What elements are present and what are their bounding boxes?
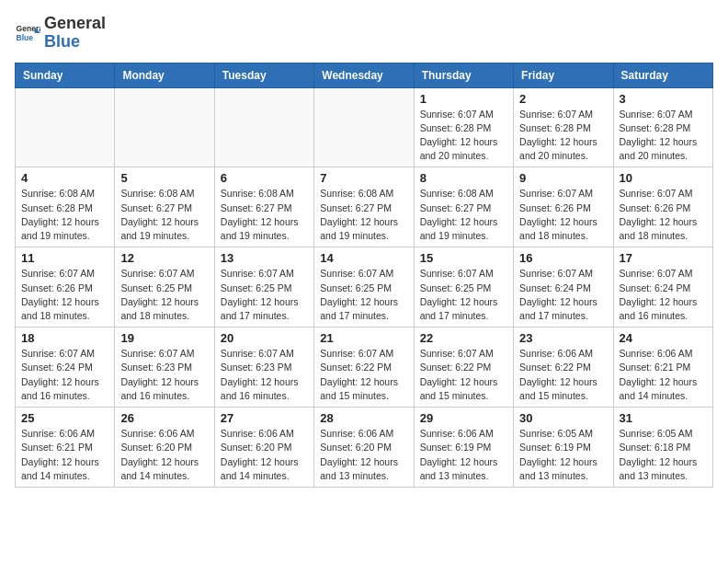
day-info: Sunrise: 6:06 AM Sunset: 6:19 PM Dayligh… (420, 427, 507, 483)
calendar-cell: 13Sunrise: 6:07 AM Sunset: 6:25 PM Dayli… (214, 247, 313, 327)
day-number: 14 (320, 251, 407, 265)
day-info: Sunrise: 6:07 AM Sunset: 6:25 PM Dayligh… (120, 267, 208, 323)
logo-general: General (44, 14, 106, 32)
day-info: Sunrise: 6:07 AM Sunset: 6:26 PM Dayligh… (519, 187, 607, 243)
weekday-sunday: Sunday (16, 63, 115, 87)
calendar-cell: 12Sunrise: 6:07 AM Sunset: 6:25 PM Dayli… (115, 247, 214, 327)
day-number: 6 (221, 171, 308, 185)
calendar-cell (314, 87, 414, 167)
day-info: Sunrise: 6:06 AM Sunset: 6:20 PM Dayligh… (320, 427, 407, 483)
calendar-cell: 15Sunrise: 6:07 AM Sunset: 6:25 PM Dayli… (414, 247, 513, 327)
day-info: Sunrise: 6:08 AM Sunset: 6:27 PM Dayligh… (420, 187, 507, 243)
calendar-cell: 3Sunrise: 6:07 AM Sunset: 6:28 PM Daylig… (613, 87, 712, 167)
day-number: 20 (221, 331, 308, 345)
day-info: Sunrise: 6:07 AM Sunset: 6:23 PM Dayligh… (221, 347, 308, 403)
day-info: Sunrise: 6:07 AM Sunset: 6:28 PM Dayligh… (420, 108, 507, 164)
day-info: Sunrise: 6:06 AM Sunset: 6:20 PM Dayligh… (120, 427, 208, 483)
week-row-2: 4Sunrise: 6:08 AM Sunset: 6:28 PM Daylig… (16, 167, 713, 247)
day-number: 30 (519, 411, 607, 425)
day-number: 25 (21, 411, 108, 425)
weekday-thursday: Thursday (414, 63, 513, 87)
day-info: Sunrise: 6:07 AM Sunset: 6:28 PM Dayligh… (519, 108, 607, 164)
day-info: Sunrise: 6:07 AM Sunset: 6:22 PM Dayligh… (320, 347, 407, 403)
page-header: General Blue General Blue (15, 15, 713, 52)
logo-icon: General Blue (15, 20, 40, 46)
day-info: Sunrise: 6:06 AM Sunset: 6:21 PM Dayligh… (21, 427, 108, 483)
day-number: 13 (221, 251, 308, 265)
calendar-cell: 28Sunrise: 6:06 AM Sunset: 6:20 PM Dayli… (314, 408, 414, 488)
day-info: Sunrise: 6:07 AM Sunset: 6:26 PM Dayligh… (620, 187, 707, 243)
day-info: Sunrise: 6:07 AM Sunset: 6:28 PM Dayligh… (620, 108, 707, 164)
day-number: 22 (420, 331, 507, 345)
calendar-cell: 17Sunrise: 6:07 AM Sunset: 6:24 PM Dayli… (613, 247, 712, 327)
logo: General Blue General Blue (15, 15, 106, 52)
day-info: Sunrise: 6:07 AM Sunset: 6:24 PM Dayligh… (620, 267, 707, 323)
week-row-1: 1Sunrise: 6:07 AM Sunset: 6:28 PM Daylig… (16, 87, 713, 167)
calendar-cell: 26Sunrise: 6:06 AM Sunset: 6:20 PM Dayli… (115, 408, 214, 488)
day-number: 27 (221, 411, 308, 425)
day-number: 1 (420, 92, 507, 106)
day-number: 23 (519, 331, 607, 345)
calendar-cell: 31Sunrise: 6:05 AM Sunset: 6:18 PM Dayli… (613, 408, 712, 488)
calendar-cell: 2Sunrise: 6:07 AM Sunset: 6:28 PM Daylig… (514, 87, 613, 167)
calendar-cell (16, 87, 115, 167)
calendar-cell: 11Sunrise: 6:07 AM Sunset: 6:26 PM Dayli… (16, 247, 115, 327)
day-info: Sunrise: 6:08 AM Sunset: 6:27 PM Dayligh… (120, 187, 208, 243)
day-info: Sunrise: 6:07 AM Sunset: 6:26 PM Dayligh… (21, 267, 108, 323)
day-info: Sunrise: 6:07 AM Sunset: 6:22 PM Dayligh… (420, 347, 507, 403)
day-number: 29 (420, 411, 507, 425)
weekday-saturday: Saturday (613, 63, 712, 87)
day-info: Sunrise: 6:08 AM Sunset: 6:28 PM Dayligh… (21, 187, 108, 243)
calendar-cell: 5Sunrise: 6:08 AM Sunset: 6:27 PM Daylig… (115, 167, 214, 247)
day-number: 2 (519, 92, 607, 106)
calendar-cell: 22Sunrise: 6:07 AM Sunset: 6:22 PM Dayli… (414, 327, 513, 408)
week-row-4: 18Sunrise: 6:07 AM Sunset: 6:24 PM Dayli… (16, 327, 713, 408)
day-number: 17 (620, 251, 707, 265)
calendar-cell: 8Sunrise: 6:08 AM Sunset: 6:27 PM Daylig… (414, 167, 513, 247)
day-number: 7 (320, 171, 407, 185)
day-number: 24 (620, 331, 707, 345)
calendar-cell: 4Sunrise: 6:08 AM Sunset: 6:28 PM Daylig… (16, 167, 115, 247)
day-info: Sunrise: 6:07 AM Sunset: 6:25 PM Dayligh… (420, 267, 507, 323)
calendar-cell (214, 87, 313, 167)
day-number: 9 (519, 171, 607, 185)
day-number: 31 (620, 411, 707, 425)
day-info: Sunrise: 6:08 AM Sunset: 6:27 PM Dayligh… (221, 187, 308, 243)
day-info: Sunrise: 6:05 AM Sunset: 6:18 PM Dayligh… (620, 427, 707, 483)
day-number: 12 (120, 251, 208, 265)
calendar-table: SundayMondayTuesdayWednesdayThursdayFrid… (15, 63, 713, 488)
calendar-cell: 27Sunrise: 6:06 AM Sunset: 6:20 PM Dayli… (214, 408, 313, 488)
calendar-cell: 14Sunrise: 6:07 AM Sunset: 6:25 PM Dayli… (314, 247, 414, 327)
day-info: Sunrise: 6:06 AM Sunset: 6:22 PM Dayligh… (519, 347, 607, 403)
day-number: 15 (420, 251, 507, 265)
weekday-monday: Monday (115, 63, 214, 87)
day-number: 3 (620, 92, 707, 106)
calendar-cell: 6Sunrise: 6:08 AM Sunset: 6:27 PM Daylig… (214, 167, 313, 247)
weekday-header-row: SundayMondayTuesdayWednesdayThursdayFrid… (16, 63, 713, 87)
calendar-cell: 24Sunrise: 6:06 AM Sunset: 6:21 PM Dayli… (613, 327, 712, 408)
day-info: Sunrise: 6:06 AM Sunset: 6:21 PM Dayligh… (620, 347, 707, 403)
day-info: Sunrise: 6:07 AM Sunset: 6:24 PM Dayligh… (21, 347, 108, 403)
day-info: Sunrise: 6:07 AM Sunset: 6:24 PM Dayligh… (519, 267, 607, 323)
day-number: 8 (420, 171, 507, 185)
svg-text:Blue: Blue (17, 33, 34, 42)
day-number: 5 (120, 171, 208, 185)
calendar-cell: 9Sunrise: 6:07 AM Sunset: 6:26 PM Daylig… (514, 167, 613, 247)
week-row-5: 25Sunrise: 6:06 AM Sunset: 6:21 PM Dayli… (16, 408, 713, 488)
day-info: Sunrise: 6:08 AM Sunset: 6:27 PM Dayligh… (320, 187, 407, 243)
calendar-cell: 7Sunrise: 6:08 AM Sunset: 6:27 PM Daylig… (314, 167, 414, 247)
day-number: 21 (320, 331, 407, 345)
day-number: 26 (120, 411, 208, 425)
calendar-cell: 25Sunrise: 6:06 AM Sunset: 6:21 PM Dayli… (16, 408, 115, 488)
calendar-cell: 23Sunrise: 6:06 AM Sunset: 6:22 PM Dayli… (514, 327, 613, 408)
day-number: 11 (21, 251, 108, 265)
calendar-cell: 18Sunrise: 6:07 AM Sunset: 6:24 PM Dayli… (16, 327, 115, 408)
calendar-cell: 16Sunrise: 6:07 AM Sunset: 6:24 PM Dayli… (514, 247, 613, 327)
calendar-cell: 10Sunrise: 6:07 AM Sunset: 6:26 PM Dayli… (613, 167, 712, 247)
calendar-cell: 1Sunrise: 6:07 AM Sunset: 6:28 PM Daylig… (414, 87, 513, 167)
day-info: Sunrise: 6:07 AM Sunset: 6:25 PM Dayligh… (221, 267, 308, 323)
calendar-cell (115, 87, 214, 167)
day-info: Sunrise: 6:07 AM Sunset: 6:25 PM Dayligh… (320, 267, 407, 323)
day-number: 18 (21, 331, 108, 345)
calendar-cell: 19Sunrise: 6:07 AM Sunset: 6:23 PM Dayli… (115, 327, 214, 408)
